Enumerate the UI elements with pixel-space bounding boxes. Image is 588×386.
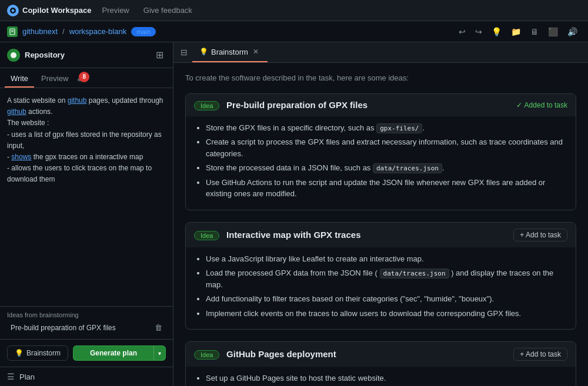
left-panel: Repository ⊞ Write Preview ✏ 8 A static …	[0, 42, 173, 386]
brainstorm-tab-icon: 💡	[199, 48, 208, 56]
idea-card-1: Idea Pre-build preparation of GPX files …	[185, 93, 576, 210]
idea-card-1-title: Pre-build preparation of GPX files	[226, 100, 368, 110]
lightbulb-button[interactable]: 💡	[488, 25, 505, 39]
repo-org[interactable]: githubnext	[22, 27, 58, 36]
brainstorm-label: Brainstorm	[26, 349, 61, 357]
idea-card-1-body: Store the GPX files in a specific direct…	[186, 116, 576, 210]
main-layout: Repository ⊞ Write Preview ✏ 8 A static …	[0, 42, 588, 386]
github-link-2[interactable]: github	[7, 108, 26, 116]
idea-card-1-header: Idea Pre-build preparation of GPX files …	[186, 94, 576, 116]
idea-1-bullet-1: Store the GPX files in a specific direct…	[206, 122, 567, 134]
repobar: githubnext / workspace-blank main ↩ ↪ 💡 …	[0, 21, 588, 42]
check-icon-1: ✓	[516, 101, 522, 109]
logo-icon	[7, 5, 19, 16]
idea-badge-1: Idea	[194, 101, 219, 110]
plan-label: Plan	[19, 372, 35, 381]
idea-card-2-title-group: Idea Interactive map with GPX traces	[194, 230, 360, 240]
idea-2-bullet-4: Implement click events on the traces to …	[206, 308, 567, 320]
feedback-button[interactable]: Give feedback	[140, 5, 196, 16]
added-text-1: Added to task	[524, 101, 567, 109]
idea-badge-2: Idea	[194, 231, 219, 240]
idea-delete-button[interactable]: 🗑	[155, 323, 162, 332]
plan-icon: ☰	[7, 372, 15, 381]
add-task-button-2[interactable]: + Add to task	[513, 229, 567, 241]
idea-card-3: Idea GitHub Pages deployment + Add to ta…	[185, 341, 576, 386]
expand-button[interactable]: ⊞	[153, 48, 166, 62]
idea-card-3-header: Idea GitHub Pages deployment + Add to ta…	[186, 342, 576, 367]
idea-2-bullet-2: Load the processed GPX data from the JSO…	[206, 267, 567, 290]
github-link-1[interactable]: github	[68, 96, 87, 105]
generate-group: Generate plan ▾	[73, 345, 166, 361]
bottom-actions: 💡 Brainstorm Generate plan ▾	[0, 339, 173, 367]
generate-plan-button[interactable]: Generate plan	[73, 345, 153, 361]
undo-button[interactable]: ↩	[455, 25, 469, 39]
idea-item-text: Pre-build preparation of GPX files	[11, 324, 116, 332]
idea-card-2: Idea Interactive map with GPX traces + A…	[185, 222, 576, 330]
topbar: Copilot Workspace Preview Give feedback	[0, 0, 588, 21]
idea-3-bullet-1: Set up a GitHub Pages site to host the s…	[206, 372, 567, 384]
intro-text: To create the software described in the …	[185, 72, 576, 84]
tab-close-button[interactable]: ✕	[251, 47, 260, 56]
left-content: A static website on github pages, update…	[0, 88, 173, 306]
terminal-button[interactable]: ⬛	[544, 25, 562, 39]
svg-point-4	[11, 52, 16, 58]
idea-1-bullet-3: Store the processed data in a JSON file,…	[206, 162, 567, 174]
tab-row: Write Preview ✏ 8	[0, 68, 173, 88]
right-content: To create the software described in the …	[173, 63, 588, 386]
generate-dropdown-button[interactable]: ▾	[153, 345, 166, 361]
idea-card-3-title-group: Idea GitHub Pages deployment	[194, 349, 336, 360]
pencil-container: ✏ 8	[75, 74, 87, 86]
monitor-button[interactable]: 🖥	[527, 25, 542, 39]
repo-nav-icon	[7, 49, 20, 62]
brainstorm-tab[interactable]: 💡 Brainstorm ✕	[192, 42, 268, 62]
added-badge-1: ✓ Added to task	[516, 101, 567, 109]
repo-name[interactable]: workspace-blank	[69, 27, 127, 36]
share-button[interactable]: 🔊	[564, 25, 581, 39]
idea-list-item[interactable]: Pre-build preparation of GPX files 🗑	[7, 321, 166, 334]
repo-actions: ↩ ↪ 💡 📁 🖥 ⬛ 🔊	[455, 25, 581, 39]
repo-icon	[7, 26, 18, 37]
branch-badge[interactable]: main	[131, 27, 156, 36]
redo-button[interactable]: ↪	[472, 25, 486, 39]
code-traces-json: data/traces.json	[373, 163, 442, 173]
add-task-button-3[interactable]: + Add to task	[513, 348, 567, 361]
idea-1-bullet-4: Use GitHub Actions to run the script and…	[206, 177, 567, 200]
app-logo: Copilot Workspace	[7, 5, 92, 16]
desc-text: A static website on github pages, update…	[7, 96, 163, 183]
panel-toggle-button[interactable]: ⊟	[176, 43, 192, 62]
ideas-label: Ideas from brainstorming	[7, 311, 166, 318]
idea-card-2-body: Use a JavaScript library like Leaflet to…	[186, 247, 576, 330]
right-panel: ⊟ 💡 Brainstorm ✕ To create the software …	[173, 42, 588, 386]
code-traces-json-2: data/traces.json	[380, 268, 449, 278]
ideas-section: Ideas from brainstorming Pre-build prepa…	[0, 306, 173, 339]
idea-card-3-title: GitHub Pages deployment	[226, 349, 336, 359]
idea-2-bullet-3: Add functionality to filter traces based…	[206, 293, 567, 305]
idea-card-2-header: Idea Interactive map with GPX traces + A…	[186, 223, 576, 247]
idea-card-3-body: Set up a GitHub Pages site to host the s…	[186, 367, 576, 386]
shows-link[interactable]: shows	[11, 153, 31, 161]
brainstorm-button[interactable]: 💡 Brainstorm	[7, 345, 68, 361]
idea-card-1-title-group: Idea Pre-build preparation of GPX files	[194, 100, 368, 110]
right-tabbar: ⊟ 💡 Brainstorm ✕	[173, 42, 588, 63]
idea-2-bullet-1: Use a JavaScript library like Leaflet to…	[206, 253, 567, 265]
idea-1-bullet-2: Create a script to process the GPX files…	[206, 136, 567, 159]
left-header: Repository ⊞	[0, 42, 173, 68]
folder-button[interactable]: 📁	[507, 25, 524, 39]
app-title: Copilot Workspace	[22, 6, 92, 15]
idea-badge-3: Idea	[194, 350, 219, 360]
preview-button[interactable]: Preview	[99, 5, 133, 16]
bulb-icon: 💡	[15, 349, 24, 357]
plan-row[interactable]: ☰ Plan	[0, 367, 173, 386]
tab-write[interactable]: Write	[5, 72, 34, 88]
code-gpx-files: gpx-files/	[376, 123, 422, 133]
brainstorm-tab-label: Brainstorm	[211, 48, 248, 56]
left-panel-title: Repository	[25, 51, 149, 59]
idea-card-2-title: Interactive map with GPX traces	[226, 230, 360, 240]
badge-count: 8	[79, 72, 89, 82]
tab-preview[interactable]: Preview	[35, 72, 74, 88]
